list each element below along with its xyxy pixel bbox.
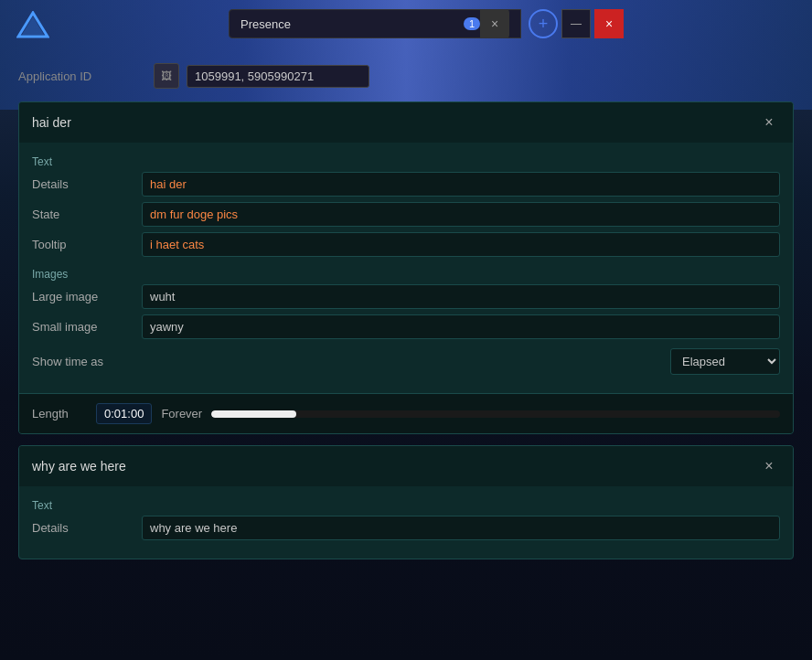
card-why-body: Text Details — [19, 486, 793, 559]
card-hai-der-title: hai der — [32, 115, 71, 130]
card-hai-der-close-button[interactable]: × — [758, 112, 780, 133]
show-time-row: Show time as Elapsed Remaining None — [32, 348, 780, 375]
card-why-header: why are we here × — [19, 446, 793, 486]
length-progress-bar[interactable] — [211, 410, 780, 418]
large-image-label: Large image — [32, 290, 142, 303]
large-image-row: Large image — [32, 284, 780, 309]
small-image-row: Small image — [32, 314, 780, 339]
titlebar: Presence 1 × + — × — [229, 9, 766, 38]
details-label: Details — [32, 177, 142, 191]
app-id-value: 1059991, 5905990271 — [187, 65, 369, 88]
card-hai-der: hai der × Text Details State Tooltip Ima… — [18, 101, 794, 434]
main-content: Application ID 🖼 1059991, 5905990271 hai… — [0, 50, 812, 660]
card2-details-row: Details — [32, 516, 780, 540]
app-logo — [16, 11, 49, 44]
card2-details-input[interactable] — [142, 516, 780, 540]
state-label: State — [32, 208, 142, 221]
minimize-button[interactable]: — — [561, 9, 591, 38]
small-image-label: Small image — [32, 320, 142, 334]
length-forever: Forever — [161, 407, 202, 420]
small-image-input[interactable] — [142, 314, 780, 339]
window-title: Presence — [240, 17, 460, 31]
tooltip-input[interactable] — [142, 232, 780, 257]
close-window-button[interactable]: × — [594, 9, 624, 38]
app-id-icon: 🖼 — [154, 63, 179, 89]
title-badge: 1 — [464, 17, 480, 30]
images-section-label: Images — [32, 262, 780, 284]
card-hai-der-header: hai der × — [19, 102, 793, 143]
details-row: Details — [32, 172, 780, 197]
titlebar-actions: + — × — [529, 9, 624, 38]
state-input[interactable] — [142, 202, 780, 227]
card2-details-label: Details — [32, 521, 142, 535]
length-bar-fill — [211, 410, 296, 418]
length-row: Length 0:01:00 Forever — [19, 393, 793, 433]
app-id-label: Application ID — [18, 69, 146, 83]
state-row: State — [32, 202, 780, 227]
card-why-are-we-here: why are we here × Text Details — [18, 445, 794, 559]
card-hai-der-body: Text Details State Tooltip Images Large … — [19, 143, 793, 393]
dialog-close-button[interactable]: × — [480, 9, 509, 38]
large-image-input[interactable] — [142, 284, 780, 309]
titlebar-main: Presence 1 × — [229, 9, 521, 38]
length-time: 0:01:00 — [96, 403, 152, 424]
details-input[interactable] — [142, 172, 780, 197]
card2-text-section-label: Text — [32, 494, 780, 516]
show-time-select[interactable]: Elapsed Remaining None — [670, 348, 780, 375]
text-section-label: Text — [32, 150, 780, 172]
tooltip-row: Tooltip — [32, 232, 780, 257]
card-why-close-button[interactable]: × — [758, 455, 780, 477]
tooltip-label: Tooltip — [32, 238, 142, 251]
length-label: Length — [32, 407, 87, 420]
show-time-label: Show time as — [32, 355, 142, 368]
add-button[interactable]: + — [529, 9, 558, 38]
image-icon: 🖼 — [161, 69, 172, 82]
app-id-row: Application ID 🖼 1059991, 5905990271 — [18, 59, 794, 92]
card-why-title: why are we here — [32, 459, 126, 474]
